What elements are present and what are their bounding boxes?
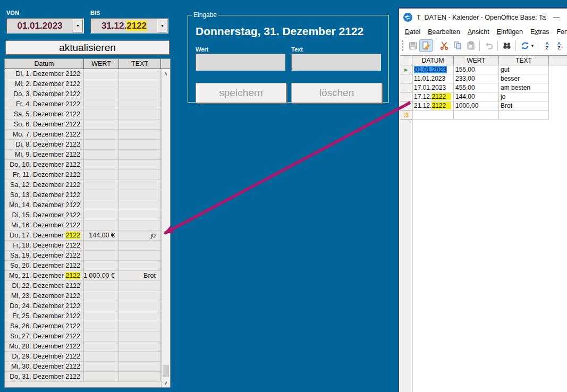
find-record-button[interactable] xyxy=(500,39,513,52)
openoffice-logo-icon xyxy=(403,12,413,22)
calendar-row[interactable]: Mo, 21. Dezember 2122 1.000,00 € Brot xyxy=(5,271,162,281)
table-row-new-record[interactable] xyxy=(400,110,567,120)
calendar-row[interactable]: Di, 8. Dezember 2122 xyxy=(5,140,162,150)
calendar-row[interactable]: So, 6. Dezember 2122 xyxy=(5,120,162,130)
column-header-datum[interactable]: DATUM xyxy=(412,56,454,65)
calendar-row[interactable]: Do, 24. Dezember 2122 xyxy=(5,301,162,311)
column-header-text[interactable]: TEXT xyxy=(119,59,161,69)
menu-einfuegen[interactable]: Einfügen xyxy=(493,27,527,37)
toolbar-separator xyxy=(435,40,435,51)
window-title-bar[interactable]: T_DATEN - Kalender - OpenOffice Base: Ta… xyxy=(399,8,567,26)
refresh-button[interactable] xyxy=(518,39,531,52)
menu-extras[interactable]: Extras xyxy=(527,27,553,37)
scroll-down-button[interactable]: ∨ xyxy=(162,378,170,387)
table-row[interactable]: 11.01.2023 233,00 besser xyxy=(400,74,567,83)
calendar-row[interactable]: Do, 3. Dezember 2122 xyxy=(5,89,162,99)
calendar-row[interactable]: Fr, 4. Dezember 2122 xyxy=(5,99,162,109)
text-input[interactable] xyxy=(291,54,381,71)
calendar-row[interactable]: Mi, 9. Dezember 2122 xyxy=(5,150,162,160)
calendar-row[interactable]: Di, 29. Dezember 2122 xyxy=(5,352,162,362)
calendar-row[interactable]: Mo, 14. Dezember 2122 xyxy=(5,200,162,210)
column-header-text[interactable]: TEXT xyxy=(499,56,549,65)
toolbar-separator xyxy=(538,40,538,51)
eingabe-legend: Eingabe xyxy=(192,11,218,19)
refresh-dropdown-arrow[interactable]: ▼ xyxy=(530,44,535,48)
scrollbar-thumb[interactable] xyxy=(163,365,169,377)
calendar-row[interactable]: Di, 1. Dezember 2122 xyxy=(5,69,162,79)
row-header-strip xyxy=(400,120,412,392)
calendar-row[interactable]: Fr, 11. Dezember 2122 xyxy=(5,170,162,180)
von-date-combo[interactable]: 01.01.2023 ▼ xyxy=(6,18,84,33)
calendar-row[interactable]: So, 27. Dezember 2122 xyxy=(5,331,162,342)
save-button[interactable] xyxy=(406,39,419,52)
row-header-corner[interactable] xyxy=(400,56,412,65)
calendar-row[interactable]: Mo, 28. Dezember 2122 xyxy=(5,342,162,352)
new-record-icon xyxy=(403,112,409,118)
wert-label: Wert xyxy=(196,46,208,53)
wert-input[interactable] xyxy=(196,54,285,71)
calendar-row[interactable]: Di, 15. Dezember 2122 xyxy=(5,210,162,220)
calendar-row[interactable]: Do, 31. Dezember 2122 xyxy=(5,372,162,382)
bis-date-value: 31.12.2122 xyxy=(91,21,157,31)
calendar-row[interactable]: Fr, 25. Dezember 2122 xyxy=(5,311,162,321)
column-header-wert[interactable]: WERT xyxy=(454,56,499,65)
selected-date-heading: Donnerstag, 31. Dezember 2122 xyxy=(196,25,377,38)
paste-button[interactable] xyxy=(464,39,477,52)
menu-ansicht[interactable]: Ansicht xyxy=(464,27,493,37)
von-dropdown-button[interactable]: ▼ xyxy=(73,19,83,32)
table-row[interactable]: 17.12.2122 144,00 jo xyxy=(400,92,567,101)
undo-button[interactable] xyxy=(482,39,495,52)
calendar-row[interactable]: Sa, 26. Dezember 2122 xyxy=(5,321,162,331)
menu-bearbeiten[interactable]: Bearbeiten xyxy=(424,27,463,37)
calendar-table-body: Di, 1. Dezember 2122 Mi, 2. Dezember 212… xyxy=(5,69,162,382)
calendar-row[interactable]: Fr, 18. Dezember 2122 xyxy=(5,241,162,251)
aktualisieren-button[interactable]: aktualisieren xyxy=(5,40,170,55)
table-row[interactable]: 17.01.2023 455,00 am besten xyxy=(400,83,567,92)
column-header-datum[interactable]: Datum xyxy=(5,59,84,69)
save-icon xyxy=(408,40,418,51)
calendar-row[interactable]: Mi, 2. Dezember 2122 xyxy=(5,79,162,89)
edit-data-icon xyxy=(421,40,431,51)
menu-fenster[interactable]: Fenster xyxy=(553,27,567,37)
copy-button[interactable] xyxy=(451,39,464,52)
calendar-row[interactable]: Sa, 5. Dezember 2122 xyxy=(5,109,162,120)
calendar-table-header: Datum WERT TEXT xyxy=(5,59,170,69)
sort-descending-button[interactable]: AZ ↓ xyxy=(554,39,567,52)
toolbar-separator xyxy=(479,40,480,51)
calendar-row[interactable]: So, 20. Dezember 2122 xyxy=(5,261,162,271)
table-row[interactable]: 21.12.2122 1000,00 Brot xyxy=(400,101,567,110)
calendar-row[interactable]: Mi, 23. Dezember 2122 xyxy=(5,291,162,301)
calendar-row[interactable]: Mi, 16. Dezember 2122 xyxy=(5,220,162,231)
highlighted-year: 2122 xyxy=(431,93,446,100)
loeschen-button[interactable]: löschen xyxy=(291,83,382,103)
calendar-row[interactable]: Mi, 30. Dezember 2122 xyxy=(5,362,162,372)
toolbar-separator xyxy=(515,40,516,51)
edit-data-button[interactable] xyxy=(419,39,433,52)
bis-dropdown-button[interactable]: ▼ xyxy=(157,19,167,32)
calendar-row[interactable]: Mo, 7. Dezember 2122 xyxy=(5,130,162,140)
sort-ascending-button[interactable]: AZ xyxy=(540,39,554,52)
calendar-row[interactable]: Do, 17. Dezember 2122 144,00 € jo xyxy=(5,231,162,241)
text-label: Text xyxy=(291,46,303,53)
speichern-button[interactable]: speichern xyxy=(196,83,286,103)
calendar-row[interactable]: Do, 10. Dezember 2122 xyxy=(5,160,162,170)
calendar-scrollbar[interactable]: ∧ ∨ xyxy=(161,69,170,387)
table-row[interactable]: ▶ 01.01.2023 155,00 gut xyxy=(400,65,567,74)
calendar-row[interactable]: So, 13. Dezember 2122 xyxy=(5,190,162,200)
menu-datei[interactable]: Datei xyxy=(401,27,424,37)
find-record-icon xyxy=(502,40,512,51)
calendar-row[interactable]: Sa, 12. Dezember 2122 xyxy=(5,180,162,190)
toolbar: ▼ AZ AZ ↓ xyxy=(399,38,567,54)
calendar-row[interactable]: Di, 22. Dezember 2122 xyxy=(5,281,162,291)
highlighted-year: 2122 xyxy=(65,232,80,239)
toolbar-drag-handle[interactable] xyxy=(402,40,403,51)
bis-label: BIS xyxy=(90,10,100,16)
bis-date-combo[interactable]: 31.12.2122 ▼ xyxy=(90,18,168,33)
minimize-button[interactable]: — xyxy=(546,13,567,21)
cut-button[interactable] xyxy=(437,39,451,52)
chevron-down-icon: ▼ xyxy=(160,24,164,28)
column-header-wert[interactable]: WERT xyxy=(84,59,119,69)
calendar-row[interactable]: Sa, 19. Dezember 2122 xyxy=(5,251,162,261)
scroll-up-button[interactable]: ∧ xyxy=(162,69,170,78)
column-header-filler xyxy=(161,59,170,69)
